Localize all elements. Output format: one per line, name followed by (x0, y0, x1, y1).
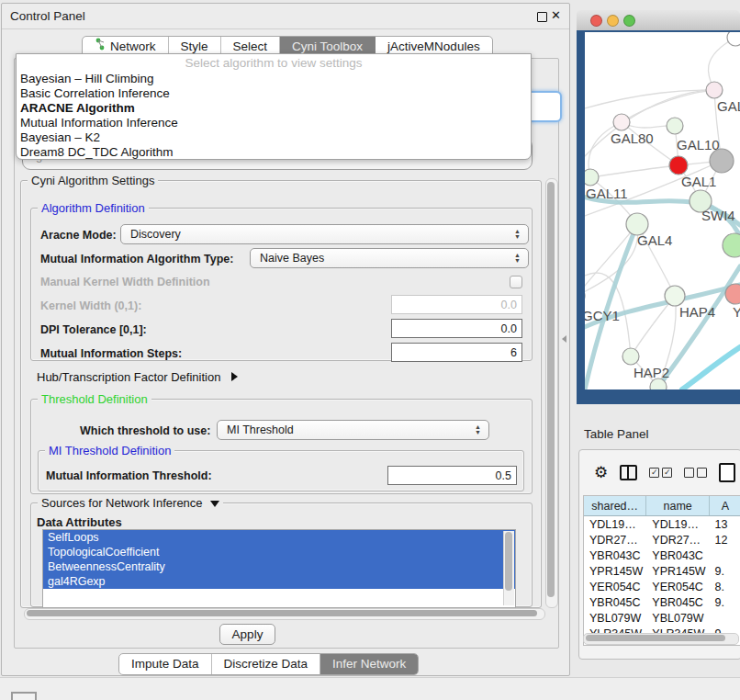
mi-algorithm-type-combo[interactable]: Naive Bayes ▲▼ (250, 248, 529, 268)
attribute-item[interactable]: gal4RGexp (43, 574, 515, 589)
network-node-gal[interactable] (706, 82, 723, 98)
attributes-scrollbar[interactable] (503, 531, 514, 605)
mi-threshold-field[interactable]: 0.5 (387, 466, 517, 485)
node-label-hap2: HAP2 (633, 365, 669, 380)
table-panel-title: Table Panel (584, 427, 649, 441)
kernel-width-label: Kernel Width (0,1): (40, 299, 141, 312)
chevron-down-icon (210, 501, 219, 507)
network-node-hap2[interactable] (622, 348, 639, 365)
tab-infer-network[interactable]: Infer Network (320, 654, 418, 674)
mac-close-button[interactable] (590, 15, 602, 27)
data-tab-bar: Impute DataDiscretize DataInfer Network (118, 653, 419, 675)
table-row[interactable]: YPR145WYPR145W9. (584, 563, 740, 579)
table-cell: 9. (710, 596, 740, 609)
table-panel: ⚙ ✓✓ shared…nameAYDL19…YDL19…13YDR27…YDR… (578, 449, 740, 660)
columns-icon[interactable] (620, 465, 637, 480)
node-label-swi4: SWI4 (701, 208, 735, 223)
mac-minimize-button[interactable] (607, 15, 619, 27)
network-node-gal10[interactable] (667, 118, 683, 134)
table-horizontal-scrollbar[interactable] (583, 633, 739, 645)
column-header-1[interactable]: shared… (584, 496, 646, 515)
settings-horizontal-scrollbar[interactable] (24, 608, 545, 620)
mi-steps-field[interactable]: 6 (391, 343, 522, 362)
table-row[interactable]: YER054CYER054C8. (584, 579, 740, 594)
network-node-gal11[interactable] (585, 169, 599, 186)
network-node[interactable] (727, 32, 740, 46)
apply-button[interactable]: Apply (219, 624, 275, 645)
tab-discretize-data[interactable]: Discretize Data (212, 654, 321, 674)
table-cell: YDR27… (646, 534, 709, 547)
network-canvas[interactable]: GALGAL80GAL10GAL1GAL11SWI4GAL4GCY1HAP4YH… (585, 32, 740, 390)
table-row[interactable]: YBR045CYBR045C9. (584, 594, 740, 610)
tab-impute-data[interactable]: Impute Data (119, 654, 212, 674)
node-label-gal80: GAL80 (611, 130, 654, 146)
algorithm-option-aracne-algorithm[interactable]: ARACNE Algorithm (17, 101, 531, 116)
gear-icon[interactable]: ⚙ (594, 463, 608, 482)
network-node-y[interactable] (725, 284, 740, 304)
table-cell: YER054C (646, 581, 709, 593)
attribute-item[interactable]: TopologicalCoefficient (43, 545, 515, 559)
kernel-width-field[interactable]: 0.0 (391, 295, 522, 314)
chevron-right-icon (231, 372, 238, 381)
close-panel-icon[interactable]: ✕ (551, 8, 561, 22)
select-all-columns-icon[interactable]: ✓✓ (649, 468, 672, 478)
settings-vertical-scrollbar-thumb[interactable] (547, 182, 555, 597)
table-row[interactable]: YBL079WYBL079W (584, 610, 740, 626)
network-node-hap4[interactable] (665, 286, 685, 306)
algorithm-option-bayesian-hill-climbing[interactable]: Bayesian – Hill Climbing (17, 72, 531, 86)
table-cell: 13 (710, 518, 740, 531)
aracne-mode-combo[interactable]: Discovery ▲▼ (120, 224, 529, 244)
algorithm-dropdown-popup: Select algorithm to view settings Bayesi… (16, 53, 532, 160)
network-edge[interactable] (585, 224, 637, 296)
table-cell: YDL19… (646, 518, 709, 531)
manual-kernel-width-checkbox[interactable] (510, 276, 522, 288)
network-edge[interactable] (682, 347, 740, 390)
algorithm-option-basic-correlation-inference[interactable]: Basic Correlation Inference (17, 86, 531, 101)
network-node-gal1[interactable] (669, 156, 688, 175)
network-edge[interactable] (585, 224, 638, 296)
float-panel-icon[interactable] (537, 12, 547, 22)
unselect-all-columns-icon[interactable] (684, 468, 707, 478)
attribute-item[interactable]: BetweennessCentrality (43, 559, 515, 574)
algorithm-option-mutual-information-inference[interactable]: Mutual Information Inference (17, 116, 531, 130)
mi-algorithm-type-label: Mutual Information Algorithm Type: (40, 253, 233, 265)
sources-title-text: Sources for Network Inference (41, 496, 203, 510)
data-attributes-list[interactable]: SelfLoopsTopologicalCoefficientBetweenne… (42, 529, 516, 608)
minimized-panel-icon[interactable] (11, 692, 37, 700)
node-attribute-table[interactable]: shared…nameAYDL19…YDL19…13YDR27…YDR27…12… (583, 495, 740, 646)
column-header-3[interactable]: A (710, 496, 740, 515)
settings-horizontal-scrollbar-thumb[interactable] (27, 610, 537, 616)
table-cell: YBR043C (584, 549, 646, 562)
which-threshold-combo[interactable]: MI Threshold ▲▼ (217, 420, 489, 440)
dpi-tolerance-value: 0.0 (501, 322, 517, 335)
network-window-titlebar[interactable] (577, 10, 740, 31)
split-divider-handle[interactable] (562, 335, 566, 343)
attributes-scrollbar-thumb[interactable] (505, 532, 512, 591)
column-header-2[interactable]: name (646, 496, 709, 515)
table-row[interactable]: YDL19…YDL19…13 (584, 516, 740, 532)
hub-definition-label: Hub/Transcription Factor Definition (37, 370, 220, 384)
network-node[interactable] (650, 378, 667, 390)
table-row[interactable]: YDR27…YDR27…12 (584, 532, 740, 548)
which-threshold-label: Which threshold to use: (80, 424, 210, 437)
network-node[interactable] (723, 233, 740, 257)
network-edge[interactable] (622, 90, 714, 122)
settings-vertical-scrollbar[interactable] (545, 178, 558, 608)
control-panel-title: Control Panel (10, 9, 85, 23)
mac-zoom-button[interactable] (623, 15, 635, 27)
mi-steps-value: 6 (510, 346, 517, 359)
network-node[interactable] (710, 149, 734, 173)
hub-definition-toggle[interactable]: Hub/Transcription Factor Definition (37, 370, 238, 384)
dpi-tolerance-field[interactable]: 0.0 (391, 319, 522, 338)
algorithm-option-dream8-dc-tdc-algorithm[interactable]: Dream8 DC_TDC Algorithm (17, 145, 531, 160)
network-edge[interactable] (590, 165, 678, 177)
new-table-icon[interactable] (719, 463, 735, 482)
algorithm-definition-title: Algorithm Definition (38, 201, 149, 215)
table-row[interactable]: YBR043CYBR043C (584, 548, 740, 563)
tab-label: Impute Data (131, 654, 199, 674)
table-horizontal-scrollbar-thumb[interactable] (586, 635, 725, 641)
node-label-gal1: GAL1 (681, 174, 716, 189)
network-node-gal80[interactable] (613, 114, 630, 130)
attribute-item[interactable]: SelfLoops (43, 530, 515, 545)
algorithm-option-bayesian-k2[interactable]: Bayesian – K2 (17, 130, 531, 145)
